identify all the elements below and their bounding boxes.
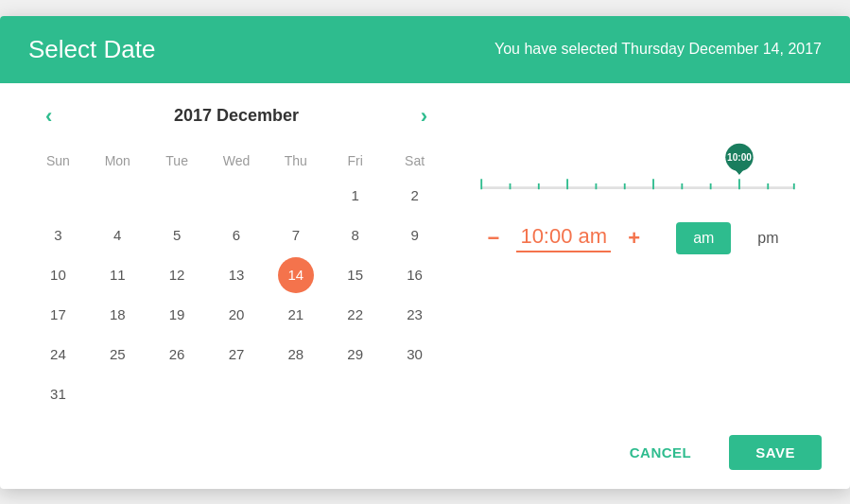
day-cell[interactable]: 29 <box>338 337 373 373</box>
day-cell[interactable]: 1 <box>338 178 373 214</box>
day-cell <box>99 376 135 412</box>
day-cell[interactable]: 25 <box>99 337 135 373</box>
days-grid: 1234567891011121314151617181920212223242… <box>28 178 444 412</box>
day-cell[interactable]: 5 <box>159 217 195 253</box>
day-header: Wed <box>207 149 267 172</box>
day-cell[interactable]: 14 <box>278 257 314 293</box>
dialog-footer: CANCEL SAVE <box>0 422 850 489</box>
day-cell[interactable]: 31 <box>40 376 76 412</box>
day-cell[interactable]: 18 <box>99 297 135 333</box>
day-cell[interactable]: 27 <box>218 337 254 373</box>
time-increase-button[interactable]: + <box>620 222 648 254</box>
day-header: Fri <box>325 149 385 172</box>
day-cell <box>99 178 135 214</box>
day-cell[interactable]: 2 <box>397 178 433 214</box>
dialog-header: Select Date You have selected Thursday D… <box>0 16 850 83</box>
day-cell <box>218 376 254 412</box>
day-cell[interactable]: 20 <box>218 297 254 333</box>
day-cell[interactable]: 15 <box>338 257 373 293</box>
day-cell <box>218 178 254 214</box>
day-cell[interactable]: 11 <box>99 257 135 293</box>
day-cell[interactable]: 10 <box>40 257 76 293</box>
pm-button[interactable]: pm <box>740 222 795 254</box>
day-cell <box>159 376 195 412</box>
day-cell[interactable]: 3 <box>40 217 76 253</box>
day-cell[interactable]: 16 <box>397 257 433 293</box>
day-cell[interactable]: 30 <box>397 337 433 373</box>
time-decrease-button[interactable]: − <box>479 222 507 254</box>
calendar: ‹ 2017 December › SunMonTueWedThuFriSat … <box>28 102 444 412</box>
day-cell <box>278 376 314 412</box>
next-month-button[interactable]: › <box>413 102 435 130</box>
day-header: Tue <box>147 149 207 172</box>
svg-text:10:00: 10:00 <box>727 152 752 163</box>
day-headers: SunMonTueWedThuFriSat <box>28 149 444 172</box>
ampm-toggle: am pm <box>676 222 795 254</box>
day-cell[interactable]: 17 <box>40 297 76 333</box>
day-cell <box>159 178 195 214</box>
am-button[interactable]: am <box>676 222 731 254</box>
day-cell <box>278 178 314 214</box>
prev-month-button[interactable]: ‹ <box>38 102 60 130</box>
day-cell[interactable]: 8 <box>338 217 373 253</box>
time-picker: 10:00 − 10:00 am + am pm <box>444 102 822 412</box>
day-cell[interactable]: 26 <box>159 337 195 373</box>
time-value-display: 10:00 am <box>516 224 611 252</box>
day-cell[interactable]: 21 <box>278 297 314 333</box>
day-cell[interactable]: 23 <box>397 297 433 333</box>
day-cell[interactable]: 22 <box>338 297 373 333</box>
selected-date-text: You have selected Thursday December 14, … <box>494 41 822 58</box>
day-cell[interactable]: 6 <box>218 217 254 253</box>
day-cell[interactable]: 7 <box>278 217 314 253</box>
day-cell <box>397 376 433 412</box>
date-picker-dialog: Select Date You have selected Thursday D… <box>0 16 850 489</box>
dialog-content: ‹ 2017 December › SunMonTueWedThuFriSat … <box>0 83 850 422</box>
calendar-nav: ‹ 2017 December › <box>28 102 444 130</box>
day-cell[interactable]: 4 <box>99 217 135 253</box>
time-slider-svg[interactable]: 10:00 <box>473 140 803 209</box>
month-year-label: 2017 December <box>174 106 299 126</box>
cancel-button[interactable]: CANCEL <box>611 435 711 470</box>
day-cell[interactable]: 9 <box>397 217 433 253</box>
calendar-grid: SunMonTueWedThuFriSat 123456789101112131… <box>28 149 444 412</box>
day-header: Mon <box>88 149 147 172</box>
day-header: Thu <box>266 149 325 172</box>
day-cell <box>338 376 373 412</box>
day-cell[interactable]: 13 <box>218 257 254 293</box>
day-cell[interactable]: 24 <box>40 337 76 373</box>
time-slider-area: 10:00 <box>473 140 803 213</box>
dialog-title: Select Date <box>28 35 155 64</box>
time-controls: − 10:00 am + am pm <box>479 222 795 254</box>
save-button[interactable]: SAVE <box>729 435 822 470</box>
day-cell[interactable]: 19 <box>159 297 195 333</box>
day-cell <box>40 178 76 214</box>
day-header: Sat <box>385 149 444 172</box>
day-header: Sun <box>28 149 88 172</box>
day-cell[interactable]: 12 <box>159 257 195 293</box>
day-cell[interactable]: 28 <box>278 337 314 373</box>
